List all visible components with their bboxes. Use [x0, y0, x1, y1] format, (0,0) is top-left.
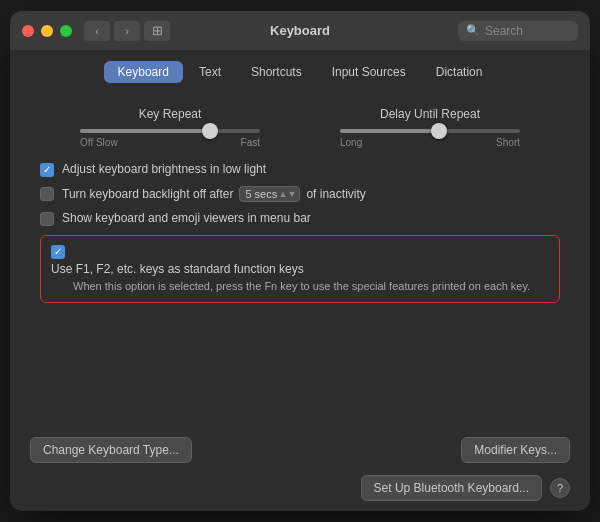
bottom-bar: Change Keyboard Type... Modifier Keys... [10, 427, 590, 475]
traffic-lights [22, 25, 72, 37]
option-fn-keys: ✓ Use F1, F2, etc. keys as standard func… [40, 235, 560, 303]
key-repeat-label: Key Repeat [139, 107, 202, 121]
key-repeat-track[interactable] [80, 129, 260, 133]
option-backlight-label: Turn keyboard backlight off after [62, 187, 233, 201]
bluetooth-keyboard-button[interactable]: Set Up Bluetooth Keyboard... [361, 475, 542, 501]
keyboard-window: ‹ › ⊞ Keyboard 🔍 Keyboard Text Shortcuts… [10, 11, 590, 511]
change-keyboard-button[interactable]: Change Keyboard Type... [30, 437, 192, 463]
search-box: 🔍 [458, 21, 578, 41]
grid-button[interactable]: ⊞ [144, 21, 170, 41]
delay-repeat-track[interactable] [340, 129, 520, 133]
sliders-row: Key Repeat Off Slow Fast Delay Until Rep… [40, 107, 560, 148]
backlight-select[interactable]: 5 secs 10 secs 30 secs 1 min 5 mins Neve… [239, 186, 300, 202]
titlebar: ‹ › ⊞ Keyboard 🔍 [10, 11, 590, 51]
bottom-left-buttons: Change Keyboard Type... [30, 437, 192, 463]
option-fn-keys-sub: When this option is selected, press the … [73, 279, 530, 294]
option-fn-keys-label: Use F1, F2, etc. keys as standard functi… [51, 262, 530, 276]
key-repeat-right-label: Fast [241, 137, 260, 148]
delay-repeat-right-label: Short [496, 137, 520, 148]
delay-repeat-label: Delay Until Repeat [380, 107, 480, 121]
option-backlight: Turn keyboard backlight off after 5 secs… [40, 186, 560, 202]
minimize-button[interactable] [41, 25, 53, 37]
options-section: ✓ Adjust keyboard brightness in low ligh… [40, 162, 560, 303]
modifier-keys-button[interactable]: Modifier Keys... [461, 437, 570, 463]
content-area: Key Repeat Off Slow Fast Delay Until Rep… [10, 91, 590, 427]
maximize-button[interactable] [60, 25, 72, 37]
key-repeat-left-label: Off Slow [80, 137, 118, 148]
nav-buttons: ‹ › [84, 21, 140, 41]
delay-repeat-section: Delay Until Repeat Long Short [300, 107, 560, 148]
option-backlight-suffix: of inactivity [306, 187, 365, 201]
checkbox-brightness[interactable]: ✓ [40, 163, 54, 177]
search-icon: 🔍 [466, 24, 480, 37]
option-emoji-label: Show keyboard and emoji viewers in menu … [62, 211, 311, 225]
option-backlight-inline: Turn keyboard backlight off after 5 secs… [62, 186, 366, 202]
tab-dictation[interactable]: Dictation [422, 61, 497, 83]
close-button[interactable] [22, 25, 34, 37]
tab-text[interactable]: Text [185, 61, 235, 83]
help-button[interactable]: ? [550, 478, 570, 498]
checkbox-emoji[interactable] [40, 212, 54, 226]
search-input[interactable] [485, 24, 565, 38]
window-title: Keyboard [270, 23, 330, 38]
delay-repeat-left-label: Long [340, 137, 362, 148]
backlight-select-wrapper: 5 secs 10 secs 30 secs 1 min 5 mins Neve… [239, 186, 300, 202]
checkbox-fn-keys[interactable]: ✓ [51, 245, 65, 259]
key-repeat-ends: Off Slow Fast [80, 137, 260, 148]
back-button[interactable]: ‹ [84, 21, 110, 41]
checkbox-backlight[interactable] [40, 187, 54, 201]
tab-shortcuts[interactable]: Shortcuts [237, 61, 316, 83]
delay-repeat-ends: Long Short [340, 137, 520, 148]
tab-keyboard[interactable]: Keyboard [104, 61, 183, 83]
bottom-right-buttons: Modifier Keys... [461, 437, 570, 463]
tabs-bar: Keyboard Text Shortcuts Input Sources Di… [10, 51, 590, 91]
tab-input-sources[interactable]: Input Sources [318, 61, 420, 83]
option-brightness: ✓ Adjust keyboard brightness in low ligh… [40, 162, 560, 177]
option-brightness-label: Adjust keyboard brightness in low light [62, 162, 266, 176]
key-repeat-section: Key Repeat Off Slow Fast [40, 107, 300, 148]
bottom-footer: Set Up Bluetooth Keyboard... ? [10, 475, 590, 511]
option-emoji: Show keyboard and emoji viewers in menu … [40, 211, 560, 226]
forward-button[interactable]: › [114, 21, 140, 41]
